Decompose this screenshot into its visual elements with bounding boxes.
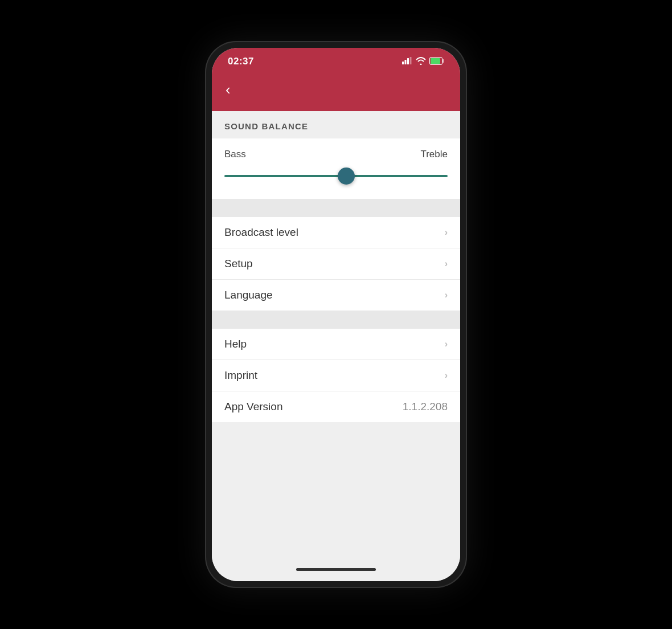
help-chevron: › xyxy=(445,339,448,349)
home-bar xyxy=(296,568,376,571)
imprint-label: Imprint xyxy=(224,369,257,382)
bass-treble-slider[interactable] xyxy=(224,175,448,177)
status-bar: 02:37 xyxy=(212,48,460,73)
battery-icon xyxy=(429,57,444,67)
svg-rect-0 xyxy=(402,62,404,64)
language-chevron: › xyxy=(445,290,448,300)
menu-item-imprint[interactable]: Imprint › xyxy=(212,360,460,391)
section-title: SOUND BALANCE xyxy=(224,121,308,131)
home-indicator xyxy=(212,561,460,581)
menu-item-broadcast-level[interactable]: Broadcast level › xyxy=(212,217,460,248)
phone-frame: 02:37 xyxy=(205,41,467,588)
sound-balance-header: SOUND BALANCE xyxy=(212,111,460,138)
wifi-icon xyxy=(416,57,426,67)
svg-rect-5 xyxy=(442,59,444,63)
signal-icon xyxy=(402,57,412,66)
menu-item-app-version: App Version 1.1.2.208 xyxy=(212,391,460,422)
menu-section-1: Broadcast level › Setup › Language › xyxy=(212,217,460,311)
content-area: SOUND BALANCE Bass Treble Broadcast leve… xyxy=(212,111,460,561)
svg-rect-1 xyxy=(405,60,407,64)
phone-screen: 02:37 xyxy=(212,48,460,581)
nav-bar: ‹ xyxy=(212,73,460,111)
app-version-value: 1.1.2.208 xyxy=(403,401,448,413)
help-label: Help xyxy=(224,338,247,350)
broadcast-level-chevron: › xyxy=(445,227,448,238)
menu-item-setup[interactable]: Setup › xyxy=(212,248,460,280)
imprint-chevron: › xyxy=(445,370,448,381)
svg-rect-2 xyxy=(407,58,409,64)
broadcast-level-label: Broadcast level xyxy=(224,226,298,239)
setup-label: Setup xyxy=(224,258,253,270)
back-button[interactable]: ‹ xyxy=(223,79,235,101)
app-version-label: App Version xyxy=(224,401,282,413)
treble-label: Treble xyxy=(420,149,448,160)
bass-label: Bass xyxy=(224,149,246,160)
menu-item-language[interactable]: Language › xyxy=(212,280,460,311)
svg-rect-6 xyxy=(431,58,440,64)
status-icons xyxy=(402,57,444,67)
svg-rect-3 xyxy=(410,57,412,64)
setup-chevron: › xyxy=(445,259,448,269)
section-gap-1 xyxy=(212,199,460,217)
language-label: Language xyxy=(224,289,273,301)
status-time: 02:37 xyxy=(228,56,254,67)
menu-section-2: Help › Imprint › App Version 1.1.2.208 xyxy=(212,329,460,422)
bass-treble-row: Bass Treble xyxy=(224,149,448,160)
menu-item-help[interactable]: Help › xyxy=(212,329,460,360)
sound-balance-card: Bass Treble xyxy=(212,138,460,199)
section-gap-2 xyxy=(212,311,460,329)
bottom-spacer xyxy=(212,422,460,536)
slider-container[interactable] xyxy=(224,166,448,186)
